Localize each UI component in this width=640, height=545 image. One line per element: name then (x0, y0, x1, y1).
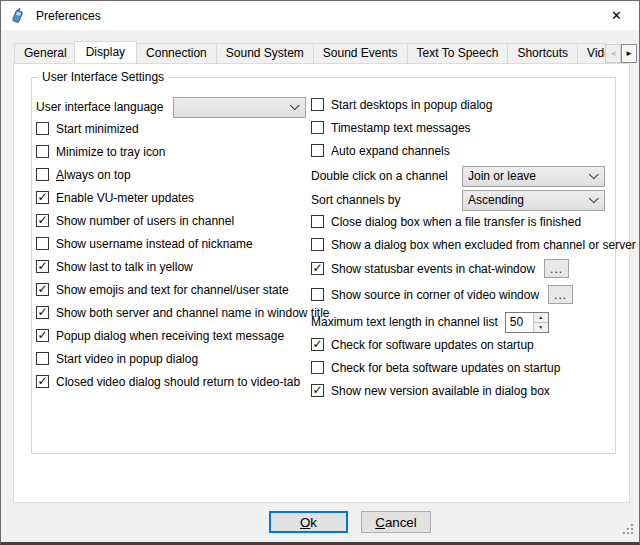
label-always-on-top: Always on top (56, 168, 131, 182)
label-show-emojis-and-text-for-channel-user-state: Show emojis and text for channel/user st… (56, 283, 289, 297)
tab-connection[interactable]: Connection (136, 43, 217, 63)
label-show-number-of-users-in-channel: Show number of users in channel (56, 214, 234, 228)
label-start-desktops-in-popup-dialog: Start desktops in popup dialog (331, 98, 492, 112)
row-timestamp-text-messages: ✓Timestamp text messages (311, 119, 611, 136)
checkbox-show-a-dialog-box-when-excluded-from-channel-or-server[interactable]: ✓ (311, 238, 324, 251)
label-enable-vu-meter-updates: Enable VU-meter updates (56, 191, 194, 205)
row-double-click-on-a-channel: Double click on a channelJoin or leave (311, 165, 611, 187)
row-show-both-server-and-channel-name-in-window-title: ✓Show both server and channel name in wi… (36, 304, 309, 321)
window-title: Preferences (36, 9, 101, 23)
row-check-for-software-updates-on-startup: ✓Check for software updates on startup (311, 336, 611, 353)
row-check-for-beta-software-updates-on-startup: ✓Check for beta software updates on star… (311, 359, 611, 376)
row-show-number-of-users-in-channel: ✓Show number of users in channel (36, 212, 309, 229)
checkbox-always-on-top[interactable]: ✓ (36, 168, 49, 181)
spin-down-button[interactable]: ▼ (534, 323, 548, 332)
label-start-video-in-popup-dialog: Start video in popup dialog (56, 352, 198, 366)
tab-scroll-left-button: ◄ (605, 44, 621, 63)
chevron-down-icon (286, 104, 305, 111)
checkbox-closed-video-dialog-should-return-to-video-tab[interactable]: ✓ (36, 375, 49, 388)
options-button-show-source-in-corner-of-video-window[interactable]: ... (548, 285, 573, 304)
combo-user-interface-language[interactable] (173, 97, 306, 118)
checkbox-close-dialog-box-when-a-file-transfer-is-finished[interactable]: ✓ (311, 215, 324, 228)
tab-sound-system[interactable]: Sound System (216, 43, 314, 63)
checkmark-icon: ✓ (37, 375, 47, 387)
label-show-statusbar-events-in-chat-window: Show statusbar events in chat-window (331, 262, 535, 276)
checkbox-start-minimized[interactable]: ✓ (36, 122, 49, 135)
row-start-desktops-in-popup-dialog: ✓Start desktops in popup dialog (311, 96, 611, 113)
row-maximum-text-length-in-channel-list: Maximum text length in channel list50▲▼ (311, 311, 611, 333)
checkbox-show-both-server-and-channel-name-in-window-title[interactable]: ✓ (36, 306, 49, 319)
checkmark-icon: ✓ (312, 262, 322, 274)
checkbox-auto-expand-channels[interactable]: ✓ (311, 144, 324, 157)
checkbox-start-video-in-popup-dialog[interactable]: ✓ (36, 352, 49, 365)
label-show-both-server-and-channel-name-in-window-title: Show both server and channel name in win… (56, 306, 330, 320)
label-closed-video-dialog-should-return-to-video-tab: Closed video dialog should return to vid… (56, 375, 300, 389)
combo-double-click-on-a-channel[interactable]: Join or leave (462, 166, 605, 187)
checkbox-show-last-to-talk-in-yellow[interactable]: ✓ (36, 260, 49, 273)
tab-display[interactable]: Display (74, 41, 137, 63)
checkbox-enable-vu-meter-updates[interactable]: ✓ (36, 191, 49, 204)
row-always-on-top: ✓Always on top (36, 166, 309, 183)
tab-bar: GeneralDisplayConnectionSound SystemSoun… (14, 41, 606, 63)
checkbox-show-username-instead-of-nickname[interactable]: ✓ (36, 237, 49, 250)
tab-general[interactable]: General (14, 43, 77, 63)
label-show-last-to-talk-in-yellow: Show last to talk in yellow (56, 260, 193, 274)
ok-button[interactable]: Ok (269, 511, 348, 533)
row-user-interface-language: User interface language (36, 96, 309, 118)
label-double-click-on-a-channel: Double click on a channel (311, 169, 462, 183)
tab-video[interactable]: Video (577, 43, 606, 63)
label-popup-dialog-when-receiving-text-message: Popup dialog when receiving text message (56, 329, 284, 343)
label-auto-expand-channels: Auto expand channels (331, 144, 450, 158)
tab-scroll-right-button[interactable]: ► (621, 44, 637, 63)
label-show-new-version-available-in-dialog-box: Show new version available in dialog box (331, 384, 550, 398)
label-user-interface-language: User interface language (36, 100, 173, 114)
checkbox-show-new-version-available-in-dialog-box[interactable]: ✓ (311, 384, 324, 397)
display-tab-page: User Interface Settings User interface l… (13, 63, 630, 503)
checkbox-show-statusbar-events-in-chat-window[interactable]: ✓ (311, 262, 324, 275)
tab-sound-events[interactable]: Sound Events (313, 43, 408, 63)
combo-value-double-click-on-a-channel: Join or leave (463, 169, 585, 183)
spin-up-button[interactable]: ▲ (534, 313, 548, 323)
checkbox-popup-dialog-when-receiving-text-message[interactable]: ✓ (36, 329, 49, 342)
row-closed-video-dialog-should-return-to-video-tab: ✓Closed video dialog should return to vi… (36, 373, 309, 390)
checkmark-icon: ✓ (37, 260, 47, 272)
chevron-down-icon (585, 173, 604, 180)
tab-shortcuts[interactable]: Shortcuts (507, 43, 578, 63)
checkbox-start-desktops-in-popup-dialog[interactable]: ✓ (311, 98, 324, 111)
label-show-username-instead-of-nickname: Show username instead of nickname (56, 237, 253, 251)
group-title: User Interface Settings (38, 70, 168, 84)
tab-text-to-speech[interactable]: Text To Speech (407, 43, 509, 63)
checkmark-icon: ✓ (37, 214, 47, 226)
user-interface-settings-group: User Interface Settings User interface l… (31, 77, 616, 454)
checkmark-icon: ✓ (312, 338, 322, 350)
checkmark-icon: ✓ (37, 191, 47, 203)
cancel-button[interactable]: Cancel (361, 511, 431, 533)
checkmark-icon: ✓ (312, 384, 322, 396)
resize-grip[interactable] (621, 522, 634, 535)
checkbox-show-source-in-corner-of-video-window[interactable]: ✓ (311, 288, 324, 301)
close-button[interactable]: ✕ (594, 1, 639, 30)
combo-sort-channels-by[interactable]: Ascending (462, 190, 605, 211)
label-close-dialog-box-when-a-file-transfer-is-finished: Close dialog box when a file transfer is… (331, 215, 581, 229)
row-show-last-to-talk-in-yellow: ✓Show last to talk in yellow (36, 258, 309, 275)
row-show-emojis-and-text-for-channel-user-state: ✓Show emojis and text for channel/user s… (36, 281, 309, 298)
checkbox-minimize-to-tray-icon[interactable]: ✓ (36, 145, 49, 158)
checkbox-show-emojis-and-text-for-channel-user-state[interactable]: ✓ (36, 283, 49, 296)
row-sort-channels-by: Sort channels byAscending (311, 189, 611, 211)
checkbox-timestamp-text-messages[interactable]: ✓ (311, 121, 324, 134)
spin-value-maximum-text-length-in-channel-list[interactable]: 50 (506, 313, 533, 332)
title-bar: Preferences ✕ (1, 1, 639, 30)
label-check-for-beta-software-updates-on-startup: Check for beta software updates on start… (331, 361, 560, 375)
right-column: ✓Start desktops in popup dialog✓Timestam… (311, 96, 611, 405)
checkbox-check-for-software-updates-on-startup[interactable]: ✓ (311, 338, 324, 351)
checkmark-icon: ✓ (37, 329, 47, 341)
options-button-show-statusbar-events-in-chat-window[interactable]: ... (544, 259, 569, 278)
label-sort-channels-by: Sort channels by (311, 193, 462, 207)
label-minimize-to-tray-icon: Minimize to tray icon (56, 145, 165, 159)
left-column: User interface language✓Start minimized✓… (36, 96, 309, 396)
combo-value-sort-channels-by: Ascending (463, 193, 585, 207)
row-show-statusbar-events-in-chat-window: ✓Show statusbar events in chat-window... (311, 259, 611, 278)
checkbox-check-for-beta-software-updates-on-startup[interactable]: ✓ (311, 361, 324, 374)
checkbox-show-number-of-users-in-channel[interactable]: ✓ (36, 214, 49, 227)
checkmark-icon: ✓ (37, 306, 47, 318)
